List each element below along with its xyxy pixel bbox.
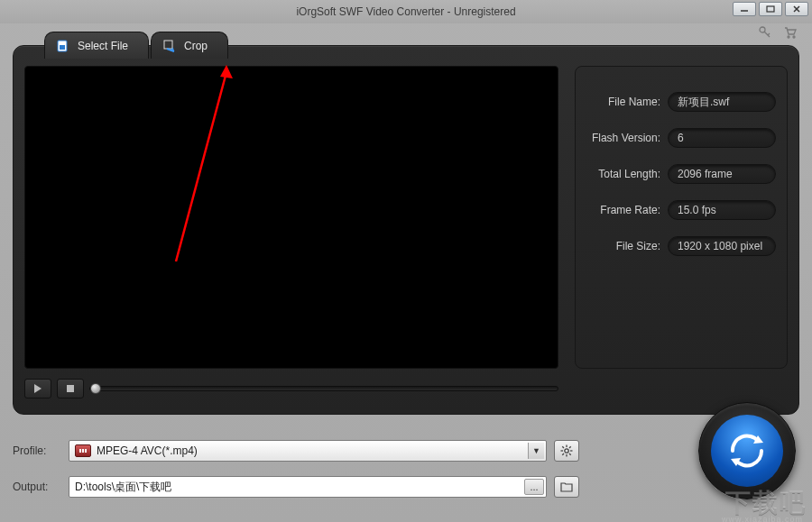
file-name-value: 新项目.swf — [668, 92, 776, 112]
output-path-value: D:\tools\桌面\下载吧 — [75, 480, 171, 495]
svg-rect-18 — [85, 449, 87, 453]
play-button[interactable] — [24, 379, 51, 398]
tab-crop[interactable]: Crop — [151, 32, 228, 59]
flash-version-label: Flash Version: — [586, 132, 668, 144]
folder-icon — [560, 481, 573, 492]
svg-rect-1 — [767, 6, 774, 12]
crop-icon — [162, 39, 177, 53]
close-button[interactable] — [785, 2, 808, 16]
key-icon[interactable] — [758, 25, 772, 42]
svg-rect-11 — [164, 41, 172, 49]
file-name-label: File Name: — [586, 96, 668, 108]
total-length-value: 2096 frame — [668, 164, 776, 184]
svg-rect-14 — [67, 385, 74, 392]
maximize-button[interactable] — [759, 2, 782, 16]
total-length-label: Total Length: — [586, 168, 668, 180]
video-preview — [24, 66, 558, 369]
output-label: Output: — [13, 481, 61, 493]
svg-marker-13 — [34, 384, 42, 393]
gear-icon — [560, 444, 573, 457]
cart-icon[interactable] — [783, 25, 798, 42]
tab-crop-label: Crop — [184, 40, 208, 52]
profile-dropdown[interactable]: MPEG-4 AVC(*.mp4) ▼ — [69, 440, 547, 462]
profile-settings-button[interactable] — [554, 440, 579, 462]
file-size-value: 1920 x 1080 pixel — [668, 236, 776, 256]
output-browse-button[interactable]: ... — [524, 479, 544, 495]
convert-icon — [711, 415, 783, 487]
seek-thumb[interactable] — [90, 383, 101, 394]
svg-line-25 — [569, 453, 571, 455]
svg-line-6 — [768, 33, 770, 35]
profile-value: MPEG-4 AVC(*.mp4) — [97, 444, 198, 457]
window-title: iOrgSoft SWF Video Converter - Unregiste… — [296, 5, 515, 18]
open-folder-button[interactable] — [554, 476, 579, 498]
seek-slider[interactable] — [89, 386, 558, 391]
svg-point-7 — [788, 36, 789, 38]
file-info-panel: File Name: 新项目.swf Flash Version: 6 Tota… — [575, 66, 788, 369]
main-panel: Select File Crop File Name: 新项目.swf Flas… — [13, 45, 799, 415]
tab-select-file[interactable]: Select File — [44, 32, 149, 59]
svg-line-24 — [562, 446, 564, 448]
svg-rect-17 — [82, 449, 84, 453]
watermark-url: www.xiazaiba.com — [722, 515, 803, 522]
svg-rect-10 — [60, 45, 65, 50]
flash-version-value: 6 — [668, 128, 776, 148]
svg-line-27 — [562, 453, 564, 455]
frame-rate-label: Frame Rate: — [586, 204, 668, 216]
svg-line-26 — [569, 446, 571, 448]
profile-label: Profile: — [13, 444, 61, 457]
svg-point-8 — [793, 36, 795, 38]
minimize-button[interactable] — [733, 2, 756, 16]
output-path-field[interactable]: D:\tools\桌面\下载吧 ... — [69, 476, 547, 498]
file-icon — [56, 39, 70, 53]
stop-button[interactable] — [57, 379, 84, 398]
svg-rect-16 — [79, 449, 81, 453]
tab-select-file-label: Select File — [78, 40, 128, 52]
mp4-icon — [75, 444, 91, 457]
svg-point-19 — [565, 449, 568, 453]
chevron-down-icon: ▼ — [528, 443, 544, 459]
file-size-label: File Size: — [586, 240, 668, 252]
convert-button[interactable] — [698, 402, 796, 499]
frame-rate-value: 15.0 fps — [668, 200, 776, 220]
